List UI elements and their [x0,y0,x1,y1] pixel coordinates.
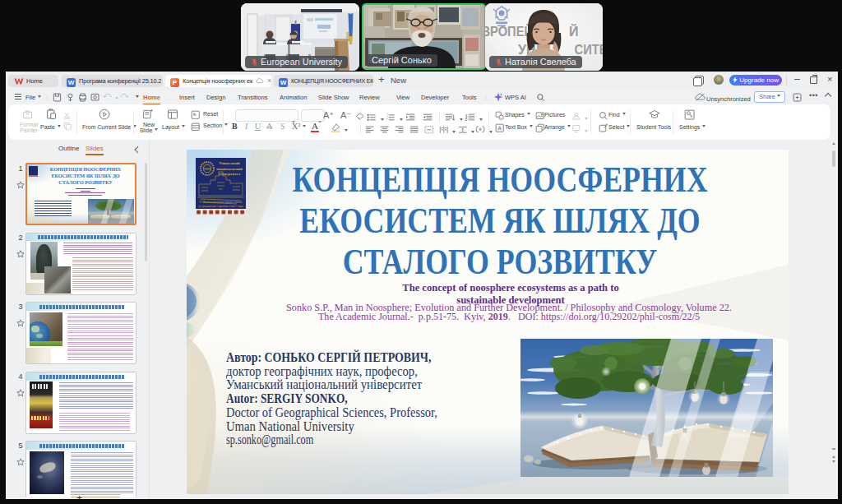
svg-text:національний: національний [216,167,243,171]
svg-text:університет: університет [219,172,241,176]
svg-text:У Маєток плекаємо працю знання: У Маєток плекаємо працю знання [199,201,242,204]
svg-text:СИТЕТ: СИТЕТ [575,42,603,57]
svg-text:Уманський: Уманський [219,161,240,165]
svg-text:за традиціями і храмінь освіт: за традиціями і храмінь освіт і наук [198,205,243,208]
svg-text:Й: Й [569,24,579,39]
svg-text:УНУ: УНУ [204,167,211,171]
